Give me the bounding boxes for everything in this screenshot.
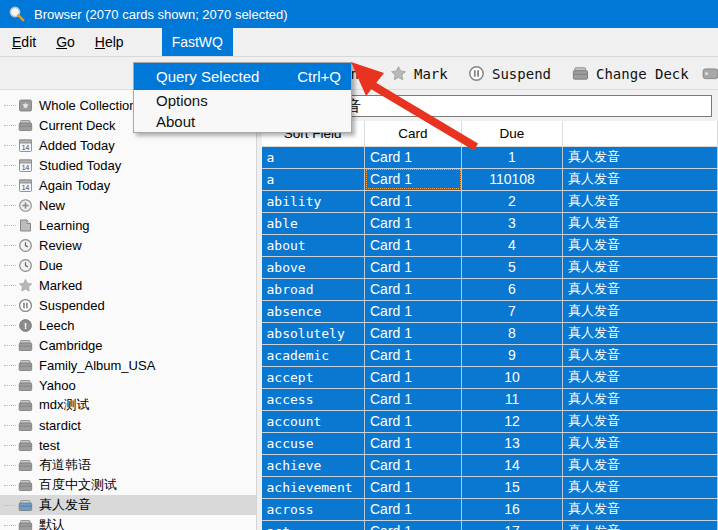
cell-due[interactable]: 9 [462, 344, 563, 366]
table-row[interactable]: aboutCard 14真人发音 [262, 234, 718, 256]
cell-sort[interactable]: achieve [262, 454, 365, 476]
cell-deck[interactable]: 真人发音 [563, 366, 718, 388]
cell-sort[interactable]: accuse [262, 432, 365, 454]
toolbar-suspend-button[interactable]: Suspend [468, 57, 551, 90]
cell-sort[interactable]: ability [262, 190, 365, 212]
sidebar-item-suspended[interactable]: Suspended [0, 295, 256, 315]
menu-item-query-selected[interactable]: Query SelectedCtrl+Q [134, 63, 351, 90]
table-row[interactable]: aCard 11真人发音 [262, 146, 718, 168]
cell-card[interactable]: Card 1 [365, 520, 462, 530]
cell-sort[interactable]: above [262, 256, 365, 278]
cell-card[interactable]: Card 1 [365, 366, 462, 388]
table-row[interactable]: achieveCard 114真人发音 [262, 454, 718, 476]
cell-deck[interactable]: 真人发音 [563, 432, 718, 454]
sidebar-item-yahoo[interactable]: Yahoo [0, 375, 256, 395]
cell-due[interactable]: 16 [462, 498, 563, 520]
cell-due[interactable]: 110108 [462, 168, 563, 190]
table-row[interactable]: acceptCard 110真人发音 [262, 366, 718, 388]
sidebar-item-mdx测试[interactable]: mdx测试 [0, 395, 256, 415]
menu-edit[interactable]: Edit [2, 28, 46, 56]
cell-deck[interactable]: 真人发音 [563, 410, 718, 432]
sidebar-item-added-today[interactable]: 14Added Today [0, 135, 256, 155]
cell-sort[interactable]: across [262, 498, 365, 520]
sidebar-item-marked[interactable]: Marked [0, 275, 256, 295]
cell-deck[interactable]: 真人发音 [563, 476, 718, 498]
cell-due[interactable]: 7 [462, 300, 563, 322]
table-row[interactable]: abroadCard 16真人发音 [262, 278, 718, 300]
table-row[interactable]: ableCard 13真人发音 [262, 212, 718, 234]
cell-due[interactable]: 8 [462, 322, 563, 344]
cell-sort[interactable]: achievement [262, 476, 365, 498]
sidebar-item-test[interactable]: test [0, 435, 256, 455]
cell-deck[interactable]: 真人发音 [563, 498, 718, 520]
sidebar-item-new[interactable]: New [0, 195, 256, 215]
cell-due[interactable]: 6 [462, 278, 563, 300]
cell-card[interactable]: Card 1 [365, 344, 462, 366]
cell-due[interactable]: 15 [462, 476, 563, 498]
cell-deck[interactable]: 真人发音 [563, 300, 718, 322]
sidebar-item-due[interactable]: Due [0, 255, 256, 275]
sidebar-item-cambridge[interactable]: Cambridge [0, 335, 256, 355]
column-header-deck[interactable] [563, 121, 718, 146]
cell-card[interactable]: Card 1 [365, 146, 462, 168]
cell-card[interactable]: Card 1 [365, 454, 462, 476]
cell-due[interactable]: 17 [462, 520, 563, 530]
cell-card[interactable]: Card 1 [365, 300, 462, 322]
cell-deck[interactable]: 真人发音 [563, 344, 718, 366]
cell-deck[interactable]: 真人发音 [563, 454, 718, 476]
cell-due[interactable]: 12 [462, 410, 563, 432]
cell-card[interactable]: Card 1 [365, 234, 462, 256]
table-row[interactable]: actCard 117真人发音 [262, 520, 718, 530]
sidebar-item-review[interactable]: Review [0, 235, 256, 255]
menu-go[interactable]: Go [46, 28, 85, 56]
cell-due[interactable]: 11 [462, 388, 563, 410]
toolbar-mark-button[interactable]: Mark [390, 57, 448, 90]
toolbar-partial-button[interactable] [702, 57, 718, 90]
cell-due[interactable]: 4 [462, 234, 563, 256]
table-row[interactable]: absolutelyCard 18真人发音 [262, 322, 718, 344]
menu-item-options[interactable]: Options [134, 90, 351, 111]
cell-due[interactable]: 10 [462, 366, 563, 388]
cell-due[interactable]: 13 [462, 432, 563, 454]
cell-card[interactable]: Card 1 [365, 190, 462, 212]
sidebar-item-默认[interactable]: 默认 [0, 515, 256, 530]
table-row[interactable]: accuseCard 113真人发音 [262, 432, 718, 454]
sidebar-item-again-today[interactable]: 14Again Today [0, 175, 256, 195]
cell-sort[interactable]: absolutely [262, 322, 365, 344]
cell-card[interactable]: Card 1 [365, 432, 462, 454]
cell-deck[interactable]: 真人发音 [563, 146, 718, 168]
cell-sort[interactable]: about [262, 234, 365, 256]
cell-due[interactable]: 3 [462, 212, 563, 234]
table-row[interactable]: accessCard 111真人发音 [262, 388, 718, 410]
sidebar-item-有道韩语[interactable]: 有道韩语 [0, 455, 256, 475]
table-row[interactable]: acrossCard 116真人发音 [262, 498, 718, 520]
cell-deck[interactable]: 真人发音 [563, 520, 718, 530]
sidebar-item-learning[interactable]: Learning [0, 215, 256, 235]
table-row[interactable]: academicCard 19真人发音 [262, 344, 718, 366]
table-row[interactable]: abilityCard 12真人发音 [262, 190, 718, 212]
toolbar-change-deck-button[interactable]: Change Deck [572, 57, 689, 90]
table-row[interactable]: aCard 1110108真人发音 [262, 168, 718, 190]
cell-due[interactable]: 14 [462, 454, 563, 476]
cell-card[interactable]: Card 1 [365, 410, 462, 432]
cell-due[interactable]: 2 [462, 190, 563, 212]
cell-sort[interactable]: absence [262, 300, 365, 322]
cell-card[interactable]: Card 1 [365, 476, 462, 498]
cell-card[interactable]: Card 1 [365, 212, 462, 234]
cell-sort[interactable]: abroad [262, 278, 365, 300]
cell-card[interactable]: Card 1 [365, 256, 462, 278]
menu-fastwq[interactable]: FastWQ [162, 28, 233, 56]
cell-card[interactable]: Card 1 [365, 278, 462, 300]
sidebar-item-stardict[interactable]: stardict [0, 415, 256, 435]
column-header-due[interactable]: Due [462, 121, 563, 146]
cell-sort[interactable]: academic [262, 344, 365, 366]
cell-sort[interactable]: a [262, 168, 365, 190]
cell-deck[interactable]: 真人发音 [563, 256, 718, 278]
sidebar-item-family-album-usa[interactable]: Family_Album_USA [0, 355, 256, 375]
menu-help[interactable]: Help [85, 28, 134, 56]
cell-sort[interactable]: act [262, 520, 365, 530]
cell-deck[interactable]: 真人发音 [563, 388, 718, 410]
menu-item-about[interactable]: About [134, 111, 351, 132]
cell-sort[interactable]: a [262, 146, 365, 168]
sidebar-item-真人发音[interactable]: 真人发音 [0, 495, 256, 515]
